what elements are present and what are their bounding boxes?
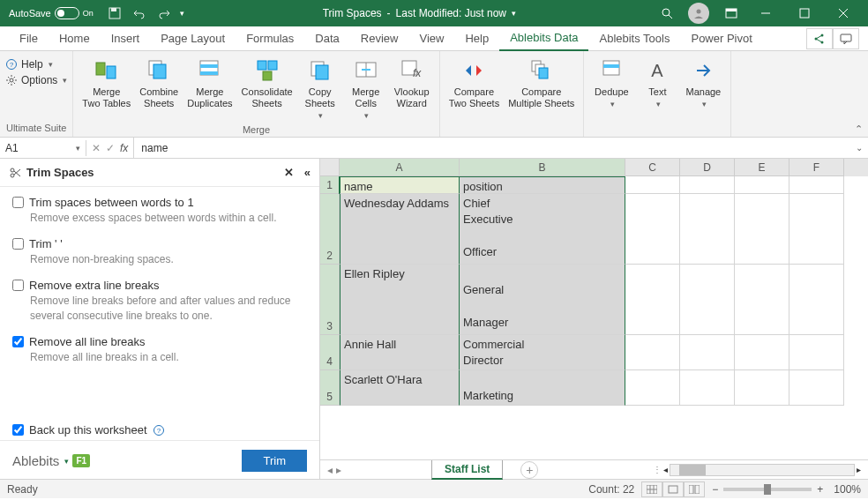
cell[interactable] <box>680 194 735 265</box>
tab-review[interactable]: Review <box>350 26 409 50</box>
tab-view[interactable]: View <box>408 26 454 50</box>
minimize-button[interactable] <box>748 1 783 26</box>
copy-sheets-button[interactable]: Copy Sheets▾ <box>298 55 342 123</box>
cell[interactable]: Commercial Director <box>460 335 625 370</box>
search-icon[interactable] <box>655 1 679 26</box>
collapse-pane-icon[interactable]: « <box>304 166 311 179</box>
tab-page-layout[interactable]: Page Layout <box>150 26 236 50</box>
merge-two-tables-button[interactable]: Merge Two Tables <box>79 55 134 111</box>
zoom-out-icon[interactable]: − <box>712 483 718 496</box>
tab-insert[interactable]: Insert <box>101 26 151 50</box>
cell[interactable] <box>625 370 680 406</box>
consolidate-sheets-button[interactable]: Consolidate Sheets <box>238 55 296 111</box>
cell[interactable]: Ellen Ripley <box>340 265 460 335</box>
combine-sheets-button[interactable]: Combine Sheets <box>136 55 182 111</box>
scroll-right-icon[interactable]: ▸ <box>857 465 861 474</box>
sheet-nav-next-icon[interactable]: ▸ <box>336 464 341 476</box>
cell[interactable] <box>625 265 680 335</box>
tab-ablebits-tools[interactable]: Ablebits Tools <box>588 26 680 50</box>
name-box[interactable]: A1▾ <box>0 140 86 156</box>
tab-power-pivot[interactable]: Power Pivot <box>680 26 762 50</box>
normal-view-icon[interactable] <box>641 481 662 497</box>
vlookup-wizard-button[interactable]: fxVlookup Wizard <box>390 55 434 111</box>
cell[interactable]: Wednesday Addams <box>340 194 460 265</box>
column-header[interactable]: E <box>735 159 789 176</box>
ablebits-brand[interactable]: Ablebits▾ F1 <box>12 453 90 468</box>
cell[interactable]: Chief Executive Officer <box>460 194 625 265</box>
compare-multiple-sheets-button[interactable]: Compare Multiple Sheets <box>505 55 578 111</box>
column-header[interactable]: C <box>625 159 680 176</box>
sheet-tab[interactable]: Staff List <box>431 460 503 480</box>
cell[interactable] <box>789 335 844 370</box>
cell[interactable] <box>680 176 735 194</box>
autosave-toggle[interactable]: AutoSave On <box>4 7 99 19</box>
cell[interactable]: name <box>340 176 460 194</box>
option-2[interactable]: Remove extra line breaks <box>12 279 307 292</box>
cell[interactable] <box>735 370 789 406</box>
redo-icon[interactable] <box>155 4 173 22</box>
row-header[interactable]: 3 <box>320 265 340 335</box>
expand-formula-bar-icon[interactable]: ⌄ <box>850 143 868 153</box>
cell[interactable] <box>625 176 680 194</box>
cell[interactable] <box>789 176 844 194</box>
cell[interactable] <box>735 176 789 194</box>
cell[interactable]: position <box>460 176 625 194</box>
horizontal-scrollbar[interactable] <box>670 464 855 476</box>
cell[interactable] <box>735 265 789 335</box>
merge-cells-button[interactable]: Merge Cells▾ <box>344 55 388 123</box>
select-all-corner[interactable] <box>320 159 340 176</box>
row-header[interactable]: 4 <box>320 335 340 370</box>
ribbon-display-options-icon[interactable] <box>718 7 745 19</box>
collapse-ribbon-icon[interactable]: ⌃ <box>855 123 863 135</box>
cell[interactable] <box>735 194 789 265</box>
cell[interactable] <box>789 265 844 335</box>
zoom-level[interactable]: 100% <box>834 483 861 496</box>
add-sheet-button[interactable]: + <box>520 461 538 479</box>
tab-data[interactable]: Data <box>304 26 349 50</box>
cell[interactable] <box>680 335 735 370</box>
options-button[interactable]: Options▾ <box>5 74 67 86</box>
column-header[interactable]: A <box>340 159 460 176</box>
tab-ablebits-data[interactable]: Ablebits Data <box>499 26 588 51</box>
enter-formula-icon[interactable]: ✓ <box>106 142 115 154</box>
page-layout-view-icon[interactable] <box>662 481 684 497</box>
cell[interactable] <box>735 335 789 370</box>
help-button[interactable]: ?Help▾ <box>5 58 53 71</box>
cancel-formula-icon[interactable]: ✕ <box>92 142 101 154</box>
save-icon[interactable] <box>106 4 123 22</box>
zoom-in-icon[interactable]: + <box>817 483 823 496</box>
share-button[interactable] <box>806 28 833 49</box>
undo-icon[interactable] <box>131 4 148 22</box>
text-button[interactable]: AText▾ <box>635 55 679 111</box>
user-avatar[interactable] <box>688 3 709 24</box>
maximize-button[interactable] <box>787 1 822 26</box>
cell[interactable] <box>789 194 844 265</box>
cell[interactable]: Scarlett O'Hara <box>340 370 460 406</box>
tab-help[interactable]: Help <box>454 26 499 50</box>
backup-checkbox[interactable]: Back up this worksheet ? <box>12 423 307 437</box>
tab-home[interactable]: Home <box>49 26 101 50</box>
page-break-view-icon[interactable] <box>684 481 705 497</box>
tab-formulas[interactable]: Formulas <box>236 26 304 50</box>
fx-icon[interactable]: fx <box>120 142 128 154</box>
comments-button[interactable] <box>833 28 859 49</box>
formula-input[interactable]: name <box>134 140 850 156</box>
cell[interactable] <box>680 370 735 406</box>
trim-button[interactable]: Trim <box>242 450 307 472</box>
row-header[interactable]: 2 <box>320 194 340 265</box>
compare-two-sheets-button[interactable]: Compare Two Sheets <box>445 55 503 111</box>
column-header[interactable]: B <box>460 159 625 176</box>
sheet-nav-prev-icon[interactable]: ◂ <box>327 464 333 476</box>
dedupe-button[interactable]: Dedupe▾ <box>589 55 633 111</box>
zoom-slider[interactable] <box>723 488 812 491</box>
cell[interactable] <box>625 335 680 370</box>
close-button[interactable] <box>826 1 861 26</box>
row-header[interactable]: 5 <box>320 370 340 406</box>
cell[interactable] <box>789 370 844 406</box>
column-header[interactable]: D <box>680 159 735 176</box>
tab-file[interactable]: File <box>9 26 49 50</box>
option-0[interactable]: Trim spaces between words to 1 <box>12 196 307 209</box>
help-icon[interactable]: ? <box>153 424 165 437</box>
cell[interactable]: General Manager <box>460 265 625 335</box>
scroll-left-icon[interactable]: ◂ <box>663 465 668 474</box>
